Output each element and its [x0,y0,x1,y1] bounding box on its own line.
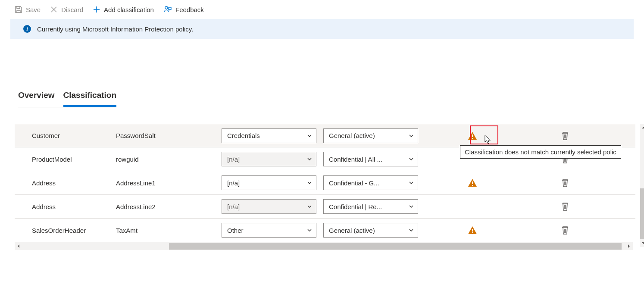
table-cell-schema: Customer [15,132,116,139]
svg-rect-5 [472,229,473,232]
save-label: Save [26,6,41,13]
close-icon [50,6,58,13]
save-icon [15,6,22,13]
chevron-down-icon [408,180,414,186]
vertical-scrollbar[interactable] [640,124,644,247]
info-type-dropdown[interactable]: [n/a] [222,175,316,190]
info-type-dropdown: [n/a] [222,152,316,166]
table-cell-column: PasswordSalt [116,132,222,139]
delete-button[interactable] [561,131,569,141]
table-cell-column: rowguid [116,156,222,163]
chevron-down-icon [306,227,313,233]
chevron-down-icon [306,203,313,210]
dropdown-value: [n/a] [227,179,240,187]
vertical-scroll-thumb[interactable] [640,188,644,239]
scroll-up-button[interactable] [640,124,644,131]
discard-button[interactable]: Discard [50,6,83,13]
classification-table: CustomerPasswordSaltCredentialsGeneral (… [15,124,640,250]
info-type-dropdown[interactable]: Credentials [222,128,316,143]
delete-button[interactable] [561,225,569,235]
table-cell-schema: SalesOrderHeader [15,227,116,234]
warning-icon[interactable] [467,225,478,235]
info-type-dropdown[interactable]: Other [222,223,316,238]
dropdown-value: Confidential - G... [329,179,379,187]
delete-button[interactable] [561,178,569,188]
tab-classification[interactable]: Classification [63,91,117,107]
chevron-down-icon [408,227,414,233]
svg-rect-3 [472,181,473,184]
add-classification-label: Add classification [104,6,154,13]
chevron-down-icon [408,156,414,162]
feedback-button[interactable]: Feedback [163,5,204,14]
table-row: AddressAddressLine2[n/a]Confidential | R… [15,195,635,219]
tab-overview[interactable]: Overview [18,91,55,107]
discard-label: Discard [61,6,83,13]
dropdown-value: [n/a] [227,156,240,163]
chevron-down-icon [408,203,414,210]
sensitivity-label-dropdown[interactable]: Confidential | Re... [323,199,418,214]
info-icon: i [23,25,31,33]
banner-text: Currently using Microsoft Information Pr… [37,25,193,33]
dropdown-value: General (active) [329,132,375,139]
sensitivity-label-dropdown[interactable]: General (active) [323,223,418,238]
dropdown-value: Credentials [227,132,260,139]
svg-rect-2 [472,138,473,139]
scroll-right-button[interactable] [625,242,633,250]
dropdown-value: [n/a] [227,203,240,210]
dropdown-value: Other [227,227,244,234]
chevron-down-icon [306,156,313,162]
horizontal-scroll-thumb[interactable] [169,243,622,250]
info-banner: i Currently using Microsoft Information … [10,19,634,39]
table-row: AddressAddressLine1[n/a]Confidential - G… [15,171,635,195]
sensitivity-label-dropdown[interactable]: Confidential | All ... [323,152,418,166]
feedback-label: Feedback [175,6,204,13]
horizontal-scrollbar[interactable] [15,242,633,250]
add-classification-button[interactable]: Add classification [93,6,154,13]
svg-point-0 [165,6,168,9]
dropdown-value: General (active) [329,227,375,234]
scroll-left-button[interactable] [15,242,22,250]
scroll-down-button[interactable] [640,239,644,247]
delete-button[interactable] [561,202,569,211]
chevron-down-icon [306,133,313,139]
sensitivity-label-dropdown[interactable]: Confidential - G... [323,175,418,190]
table-cell-column: AddressLine1 [116,179,222,187]
info-type-dropdown: [n/a] [222,199,316,214]
table-row: SalesOrderHeaderTaxAmtOtherGeneral (acti… [15,219,635,242]
dropdown-value: Confidential | All ... [329,156,382,163]
table-row: CustomerPasswordSaltCredentialsGeneral (… [15,124,635,147]
save-button[interactable]: Save [15,6,41,13]
tabs: Overview Classification [18,91,116,107]
table-cell-column: TaxAmt [116,227,222,234]
warning-icon[interactable] [467,178,478,188]
plus-icon [93,6,100,13]
horizontal-scroll-track[interactable] [22,242,625,250]
table-cell-schema: Address [15,179,116,187]
chevron-down-icon [408,133,414,139]
table-cell-schema: ProductModel [15,156,116,163]
warning-tooltip: Classification does not match currently … [460,145,621,159]
svg-rect-1 [472,135,473,137]
chevron-down-icon [306,180,313,186]
table-cell-column: AddressLine2 [116,203,222,210]
sensitivity-label-dropdown[interactable]: General (active) [323,128,418,143]
svg-rect-4 [472,185,473,186]
warning-icon[interactable] [467,131,478,141]
feedback-icon [163,5,172,14]
toolbar: Save Discard Add classification Feedback [0,0,644,19]
table-cell-schema: Address [15,203,116,210]
dropdown-value: Confidential | Re... [329,203,382,210]
svg-rect-6 [472,232,473,233]
